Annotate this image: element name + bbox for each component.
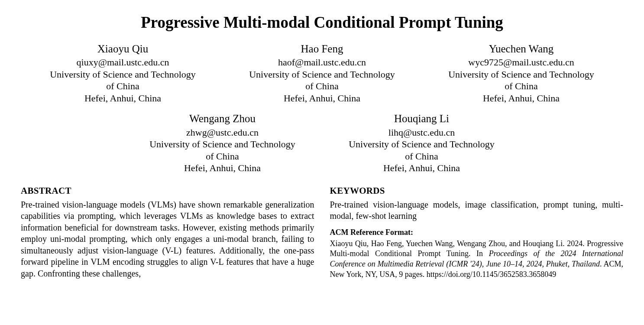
author-affiliation: of China — [123, 150, 322, 162]
author-email: haof@mail.ustc.edu.cn — [223, 56, 422, 68]
author-card: Houqiang Li lihq@ustc.edu.cn University … — [322, 112, 521, 174]
author-name: Hao Feng — [223, 42, 422, 55]
author-card: Xiaoyu Qiu qiuxy@mail.ustc.edu.cn Univer… — [23, 42, 223, 104]
right-column: KEYWORDS Pre-trained vision-language mod… — [330, 182, 624, 280]
paper-title: Progressive Multi-modal Conditional Prom… — [21, 13, 623, 32]
author-affiliation: of China — [23, 80, 223, 92]
author-affiliation: of China — [422, 80, 621, 92]
abstract-heading: ABSTRACT — [21, 185, 314, 196]
left-column: ABSTRACT Pre-trained vision-language mod… — [21, 182, 314, 280]
author-card: Hao Feng haof@mail.ustc.edu.cn Universit… — [223, 42, 422, 104]
author-location: Hefei, Anhui, China — [223, 92, 422, 104]
authors-row-2: Wengang Zhou zhwg@ustc.edu.cn University… — [21, 112, 623, 174]
abstract-body: Pre-trained vision-language models (VLMs… — [21, 199, 314, 280]
author-affiliation: University of Science and Technology — [322, 138, 521, 150]
author-email: wyc9725@mail.ustc.edu.cn — [422, 56, 621, 68]
author-email: qiuxy@mail.ustc.edu.cn — [23, 56, 223, 68]
author-name: Wengang Zhou — [123, 112, 322, 125]
author-email: lihq@ustc.edu.cn — [322, 127, 521, 139]
author-card: Yuechen Wang wyc9725@mail.ustc.edu.cn Un… — [422, 42, 621, 104]
acm-ref-body: Xiaoyu Qiu, Hao Feng, Yuechen Wang, Weng… — [330, 239, 624, 280]
author-name: Xiaoyu Qiu — [23, 42, 223, 55]
authors-block: Xiaoyu Qiu qiuxy@mail.ustc.edu.cn Univer… — [21, 42, 623, 174]
author-name: Houqiang Li — [322, 112, 521, 125]
author-affiliation: University of Science and Technology — [223, 68, 422, 81]
author-location: Hefei, Anhui, China — [123, 162, 322, 174]
keywords-heading: KEYWORDS — [330, 185, 624, 196]
author-location: Hefei, Anhui, China — [23, 92, 223, 104]
author-affiliation: of China — [322, 150, 521, 162]
author-location: Hefei, Anhui, China — [322, 162, 521, 174]
author-affiliation: University of Science and Technology — [23, 68, 223, 81]
author-affiliation: University of Science and Technology — [422, 68, 621, 81]
author-email: zhwg@ustc.edu.cn — [123, 127, 322, 139]
author-location: Hefei, Anhui, China — [422, 92, 621, 104]
two-column-body: ABSTRACT Pre-trained vision-language mod… — [21, 182, 623, 280]
authors-row-1: Xiaoyu Qiu qiuxy@mail.ustc.edu.cn Univer… — [21, 42, 623, 104]
acm-ref-heading: ACM Reference Format: — [330, 228, 624, 237]
author-affiliation: University of Science and Technology — [123, 138, 322, 150]
keywords-body: Pre-trained vision-language models, imag… — [330, 199, 624, 222]
author-affiliation: of China — [223, 80, 422, 92]
author-name: Yuechen Wang — [422, 42, 621, 55]
author-card: Wengang Zhou zhwg@ustc.edu.cn University… — [123, 112, 322, 174]
